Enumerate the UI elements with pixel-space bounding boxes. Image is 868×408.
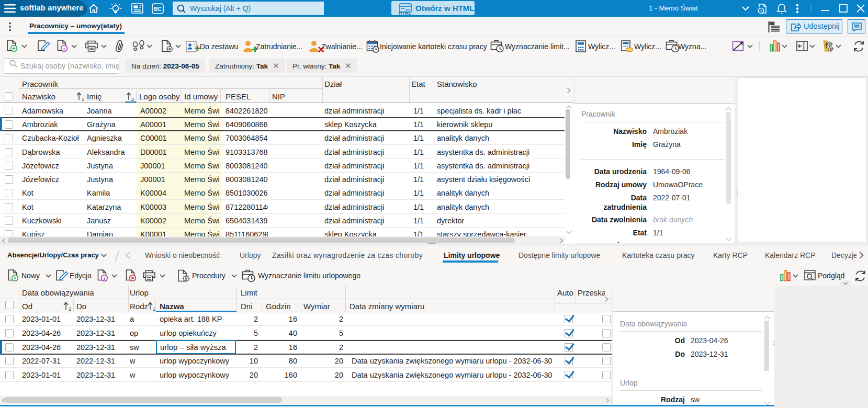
svg-text:?: ?	[760, 9, 762, 14]
svg-text:!: !	[825, 41, 827, 49]
svg-text:HTML: HTML	[399, 10, 411, 15]
svg-text:2: 2	[131, 97, 134, 101]
svg-text:BC: BC	[154, 6, 161, 12]
svg-text:2: 2	[69, 307, 71, 311]
